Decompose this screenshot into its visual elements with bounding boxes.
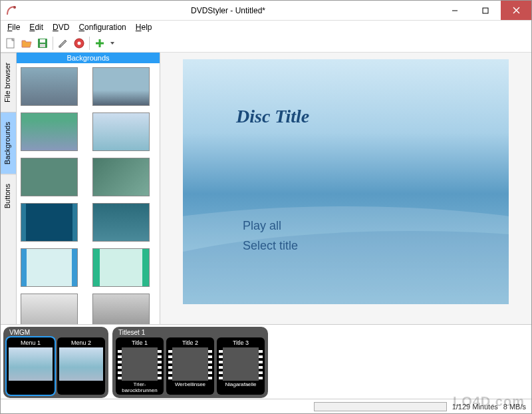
svg-point-11 xyxy=(78,41,81,45)
main-area: File browser Backgrounds Buttons Backgro… xyxy=(1,53,531,324)
menu-preview[interactable]: Disc Title Play all Select title xyxy=(183,59,509,304)
background-thumb[interactable] xyxy=(21,203,78,242)
add-dropdown[interactable] xyxy=(108,36,116,51)
tab-backgrounds[interactable]: Backgrounds xyxy=(1,112,16,174)
preview-area: Disc Title Play all Select title xyxy=(160,53,531,324)
menu-item-2[interactable]: Menu 2 xyxy=(57,337,105,395)
vmgm-group: VMGM Menu 1 Menu 2 xyxy=(3,327,108,398)
menu-item-label: Menu 2 xyxy=(71,339,91,347)
menu-item-1[interactable]: Menu 1 xyxy=(7,337,55,395)
timeline: VMGM Menu 1 Menu 2 Titleset 1 Title 1 xyxy=(1,324,531,399)
menubar: File Edit DVD Configuration Help xyxy=(1,21,531,34)
close-button[interactable] xyxy=(501,1,531,20)
background-grid xyxy=(21,67,156,324)
svg-rect-8 xyxy=(40,44,45,47)
menu-thumbnail xyxy=(9,347,53,381)
background-thumb[interactable] xyxy=(92,112,150,151)
title-caption: Werbellinsee xyxy=(175,381,205,393)
watermark: LO4D.com xyxy=(453,394,525,409)
new-button[interactable] xyxy=(3,36,18,51)
burn-button[interactable] xyxy=(72,36,86,51)
add-button[interactable] xyxy=(92,36,107,51)
menu-dvd[interactable]: DVD xyxy=(49,21,73,33)
title-label: Title 2 xyxy=(182,339,198,347)
menu-file-label: ile xyxy=(12,23,20,32)
menu-config-label: onfiguration xyxy=(84,23,126,32)
menu-thumbnail xyxy=(59,347,103,381)
tab-file-browser[interactable]: File browser xyxy=(1,53,16,112)
disc-title-text[interactable]: Disc Title xyxy=(236,106,309,127)
maximize-button[interactable] xyxy=(470,1,501,20)
background-thumb[interactable] xyxy=(21,112,78,151)
progress-bar xyxy=(314,402,447,411)
app-window: DVDStyler - Untitled* File Edit DVD Conf… xyxy=(0,0,532,414)
background-thumb[interactable] xyxy=(92,67,150,106)
window-title: DVDStyler - Untitled* xyxy=(17,6,440,15)
minimize-button[interactable] xyxy=(440,1,470,20)
browser-scroll[interactable] xyxy=(17,63,160,324)
menu-option-select-title[interactable]: Select title xyxy=(243,239,298,253)
title-item-2[interactable]: Title 2 Werbellinsee xyxy=(166,337,214,395)
menu-config[interactable]: Configuration xyxy=(74,21,130,33)
title-label: Title 1 xyxy=(132,339,148,347)
titlebar: DVDStyler - Untitled* xyxy=(1,1,531,21)
toolbar-separator xyxy=(89,37,90,50)
statusbar: 1/129 Minutes 8 MB/s xyxy=(1,399,531,413)
background-thumb[interactable] xyxy=(21,294,78,324)
titleset-items: Title 1 Trier-barockbrunnen Title 2 Werb… xyxy=(116,337,265,395)
tab-buttons[interactable]: Buttons xyxy=(1,174,16,218)
menu-dvd-label: VD xyxy=(59,23,70,32)
title-label: Title 3 xyxy=(233,339,249,347)
toolbar-separator xyxy=(53,37,53,50)
title-thumbnail xyxy=(168,347,212,381)
titleset-group: Titleset 1 Title 1 Trier-barockbrunnen T… xyxy=(112,327,268,398)
menu-option-play-all[interactable]: Play all xyxy=(243,219,281,233)
save-button[interactable] xyxy=(35,36,50,51)
svg-rect-7 xyxy=(40,39,45,43)
title-thumbnail xyxy=(219,347,263,381)
browser-panel: Backgrounds xyxy=(17,53,160,324)
vmgm-items: Menu 1 Menu 2 xyxy=(7,337,105,395)
title-thumbnail xyxy=(118,347,162,381)
title-item-1[interactable]: Title 1 Trier-barockbrunnen xyxy=(116,337,164,395)
svg-point-0 xyxy=(13,6,16,9)
browser-header: Backgrounds xyxy=(17,53,160,63)
app-icon xyxy=(6,5,17,16)
title-caption: Trier-barockbrunnen xyxy=(117,381,162,393)
vmgm-label: VMGM xyxy=(7,329,105,337)
background-thumb[interactable] xyxy=(92,158,150,196)
settings-button[interactable] xyxy=(56,36,70,51)
title-item-3[interactable]: Title 3 Niagarafaelle xyxy=(217,337,265,395)
side-tabs: File browser Backgrounds Buttons xyxy=(1,53,17,324)
background-thumb[interactable] xyxy=(21,248,78,287)
open-button[interactable] xyxy=(19,36,34,51)
window-controls xyxy=(440,1,531,20)
menu-edit-label: dit xyxy=(35,23,43,32)
svg-point-9 xyxy=(59,45,61,48)
menu-item-label: Menu 1 xyxy=(21,339,41,347)
background-thumb[interactable] xyxy=(92,248,150,287)
background-thumb[interactable] xyxy=(21,158,78,196)
background-thumb[interactable] xyxy=(92,203,150,242)
background-thumb[interactable] xyxy=(92,294,150,324)
titleset-label: Titleset 1 xyxy=(116,329,265,337)
svg-rect-2 xyxy=(483,8,488,13)
menu-edit[interactable]: Edit xyxy=(25,21,47,33)
menu-help-label: elp xyxy=(141,23,152,32)
menu-help[interactable]: Help xyxy=(132,21,156,33)
title-caption: Niagarafaelle xyxy=(225,381,256,393)
background-thumb[interactable] xyxy=(21,67,78,106)
menu-file[interactable]: File xyxy=(3,21,24,33)
toolbar xyxy=(1,34,531,53)
